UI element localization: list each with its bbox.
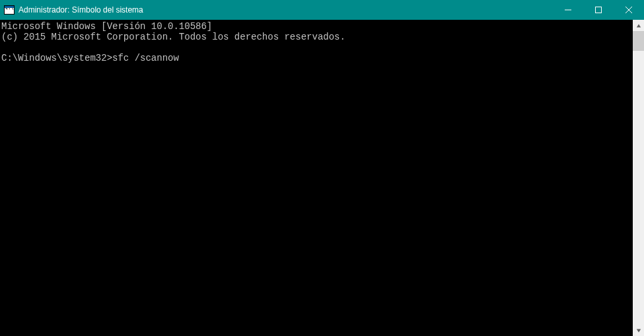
window-title: Administrador: Símbolo del sistema — [18, 5, 553, 15]
terminal-command: sfc /scannow — [112, 53, 179, 63]
scroll-up-button[interactable] — [633, 20, 644, 31]
window-titlebar: Administrador: Símbolo del sistema — [0, 0, 644, 20]
maximize-button[interactable] — [583, 0, 614, 20]
close-button[interactable] — [614, 0, 644, 20]
window-controls — [553, 0, 644, 20]
terminal-line: (c) 2015 Microsoft Corporation. Todos lo… — [1, 32, 345, 42]
scroll-thumb[interactable] — [633, 31, 644, 51]
svg-rect-1 — [596, 7, 602, 13]
svg-marker-4 — [636, 24, 640, 27]
vertical-scrollbar[interactable] — [633, 20, 644, 336]
terminal-output[interactable]: Microsoft Windows [Versión 10.0.10586] (… — [0, 20, 633, 336]
terminal-prompt: C:\Windows\system32> — [1, 53, 112, 63]
svg-marker-5 — [636, 329, 640, 332]
terminal-line: Microsoft Windows [Versión 10.0.10586] — [1, 21, 212, 32]
minimize-button[interactable] — [553, 0, 583, 20]
scroll-track[interactable] — [633, 31, 644, 325]
cmd-icon — [4, 5, 15, 15]
content-area: Microsoft Windows [Versión 10.0.10586] (… — [0, 20, 644, 336]
scroll-down-button[interactable] — [633, 325, 644, 336]
